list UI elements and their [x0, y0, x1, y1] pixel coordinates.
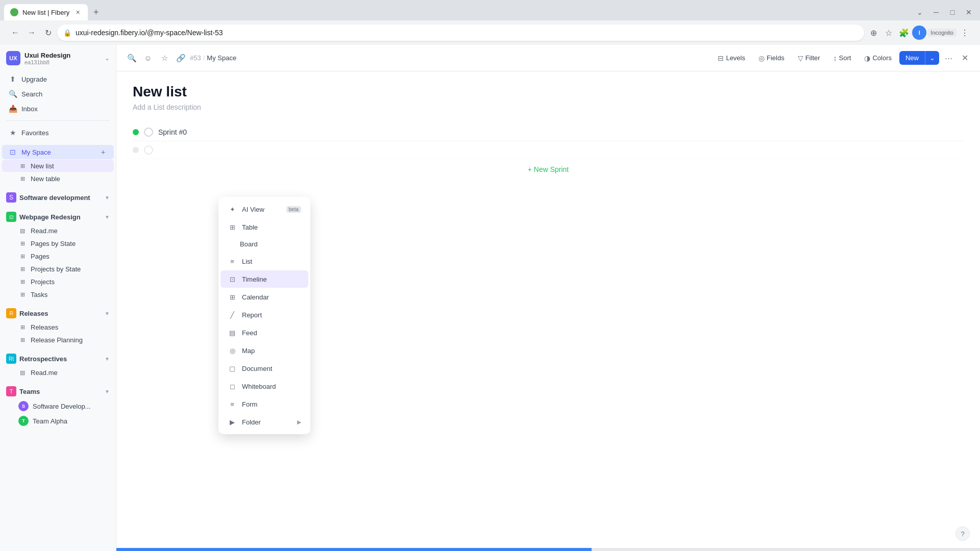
my-space-add-icon[interactable]: + [99, 147, 108, 157]
my-space-icon: ⊡ [8, 147, 17, 157]
sidebar-item-pages-by-state[interactable]: ⊞ Pages by State [2, 237, 114, 249]
new-button[interactable]: New ⌄ [899, 51, 939, 65]
bookmark-star-button[interactable]: ☆ [881, 26, 896, 40]
sort-button[interactable]: ↕ Sort [828, 52, 857, 65]
close-button[interactable]: ✕ [958, 51, 972, 65]
back-button[interactable]: ← [8, 26, 22, 40]
page-description[interactable]: Add a List description [133, 103, 964, 111]
dropdown-item-form[interactable]: ≡ Form [220, 395, 308, 413]
sidebar-readme1-label: Read.me [31, 227, 108, 235]
sidebar-item-inbox[interactable]: 📥 Inbox [2, 102, 114, 116]
help-button[interactable]: ? [955, 527, 970, 541]
sidebar-releases-section: R Releases ▼ ⊞ Releases ⊞ Release Planni… [0, 303, 116, 348]
sidebar-item-upgrade[interactable]: ⬆ Upgrade [2, 72, 114, 86]
team-alpha-avatar: T [18, 416, 29, 426]
sidebar-item-software-develop[interactable]: S Software Develop... [2, 399, 114, 413]
upgrade-icon: ⬆ [8, 74, 17, 84]
more-options-button[interactable]: ⋮ [958, 26, 972, 40]
maximize-button[interactable]: □ [945, 5, 960, 19]
sidebar-item-tasks[interactable]: ⊞ Tasks [2, 288, 114, 300]
sidebar-item-new-list[interactable]: ⊞ New list [2, 160, 114, 172]
new-label: New [899, 51, 925, 65]
close-button[interactable]: ✕ [962, 5, 976, 19]
colors-button[interactable]: ◑ Colors [859, 52, 897, 65]
dropdown-item-table[interactable]: ⊞ Table [220, 218, 308, 236]
tab-close-button[interactable]: ✕ [74, 8, 82, 16]
search-icon: 🔍 [8, 89, 17, 98]
sidebar-retrospectives-header[interactable]: Rt Retrospectives ▼ [0, 350, 116, 366]
filter-icon: ▽ [798, 54, 803, 62]
toolbar-search-button[interactable]: 🔍 [125, 51, 139, 65]
dropdown-item-list[interactable]: ≡ List [220, 253, 308, 270]
tab-search-button[interactable]: ⌄ [913, 5, 927, 19]
breadcrumb-space-link[interactable]: My Space [207, 54, 236, 62]
minimize-button[interactable]: ─ [929, 5, 943, 19]
dropdown-item-whiteboard[interactable]: ◻ Whiteboard [220, 378, 308, 395]
pages-by-state-icon: ⊞ [18, 239, 27, 247]
extensions-button[interactable]: 🧩 [897, 26, 911, 40]
address-bar[interactable]: 🔒 uxui-redesign.fibery.io/@my-space/New-… [57, 24, 864, 41]
new-tab-button[interactable]: + [89, 5, 103, 19]
sidebar-item-releases[interactable]: ⊞ Releases [2, 321, 114, 333]
filter-button[interactable]: ▽ Filter [792, 52, 826, 65]
dropdown-item-board[interactable]: Board [220, 236, 308, 252]
dropdown-item-feed[interactable]: ▤ Feed [220, 324, 308, 341]
sidebar-releases-label: Releases [31, 323, 108, 331]
retrospectives-icon: Rt [6, 354, 16, 364]
dropdown-item-report[interactable]: ╱ Report [220, 306, 308, 323]
levels-icon: ⊟ [718, 54, 724, 62]
sprint-0-status-dot [133, 129, 139, 135]
feed-icon: ▤ [228, 328, 237, 337]
sidebar-software-dev-header[interactable]: S Software development ▼ [0, 189, 116, 205]
software-dev-icon: S [6, 192, 16, 203]
profile-button[interactable]: I [912, 26, 926, 40]
fields-button[interactable]: ◎ Fields [753, 52, 790, 65]
sidebar-software-dev-label: Software development [19, 194, 102, 202]
sidebar-item-team-alpha[interactable]: T Team Alpha [2, 414, 114, 428]
sort-label: Sort [839, 54, 851, 62]
sidebar-item-projects[interactable]: ⊞ Projects [2, 276, 114, 288]
sidebar-webpage-header[interactable]: ⊡ Webpage Redesign ▼ [0, 209, 116, 224]
sidebar-favorites-section: ★ Favorites [0, 123, 116, 142]
sidebar-releases-header[interactable]: R Releases ▼ [0, 305, 116, 320]
dropdown-item-document[interactable]: ▢ Document [220, 360, 308, 377]
toolbar-emoji-button[interactable]: ☺ [141, 51, 155, 65]
dropdown-item-timeline[interactable]: ⊡ Timeline [220, 270, 308, 288]
dropdown-item-calendar[interactable]: ⊞ Calendar [220, 288, 308, 306]
reload-button[interactable]: ↻ [41, 26, 55, 40]
pages-icon: ⊞ [18, 252, 27, 260]
sidebar-teams-header[interactable]: T Teams ▼ [0, 383, 116, 398]
dropdown-item-ai-view[interactable]: ✦ AI View beta [220, 201, 308, 218]
dropdown-item-map[interactable]: ◎ Map [220, 342, 308, 359]
workspace-header[interactable]: UX Uxui Redesign ea131bb8 ⌄ [0, 45, 116, 69]
toolbar-star-button[interactable]: ☆ [157, 51, 172, 65]
new-dropdown-chevron-icon[interactable]: ⌄ [925, 51, 939, 65]
dropdown-item-folder[interactable]: ▶ Folder ▶ [220, 413, 308, 431]
sidebar-item-readme2[interactable]: ▤ Read.me [2, 366, 114, 379]
forward-button[interactable]: → [24, 26, 39, 40]
sidebar-item-pages[interactable]: ⊞ Pages [2, 250, 114, 262]
sidebar-item-readme1[interactable]: ▤ Read.me [2, 224, 114, 237]
fields-label: Fields [767, 54, 785, 62]
active-tab[interactable]: New list | Fibery ✕ [4, 4, 88, 20]
sidebar-item-favorites[interactable]: ★ Favorites [2, 126, 114, 140]
sidebar-item-my-space[interactable]: ⊡ My Space + [2, 145, 114, 159]
levels-button[interactable]: ⊟ Levels [712, 52, 751, 65]
sidebar-item-new-table[interactable]: ⊞ New table [2, 172, 114, 185]
new-sprint-button[interactable]: + New Sprint [133, 159, 964, 180]
sidebar-item-search[interactable]: 🔍 Search [2, 87, 114, 101]
table-view-icon: ⊞ [228, 222, 237, 232]
sidebar-item-projects-by-state[interactable]: ⊞ Projects by State [2, 263, 114, 275]
more-options-button[interactable]: ⋯ [941, 51, 955, 65]
breadcrumb-separator: / [203, 54, 205, 62]
folder-label: Folder [242, 418, 292, 426]
sidebar-item-release-planning[interactable]: ⊞ Release Planning [2, 334, 114, 346]
sidebar: UX Uxui Redesign ea131bb8 ⌄ ⬆ Upgrade 🔍 … [0, 45, 116, 551]
sprint-0-select-circle[interactable] [144, 128, 153, 137]
sidebar-projects-label: Projects [31, 278, 108, 286]
releases-icon: R [6, 308, 16, 318]
sprint-1-select-circle[interactable] [144, 145, 153, 155]
toolbar-link-button[interactable]: 🔗 [174, 51, 188, 65]
camera-icon[interactable]: ⊕ [866, 26, 880, 40]
sidebar-tasks-label: Tasks [31, 291, 108, 298]
